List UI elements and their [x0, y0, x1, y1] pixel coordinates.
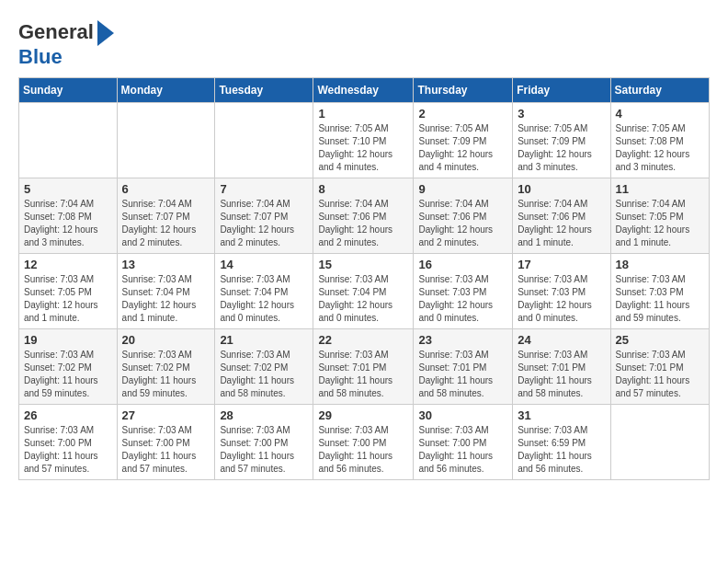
day-info: Sunrise: 7:03 AM Sunset: 7:02 PM Dayligh…: [122, 349, 210, 400]
logo-text-general: General: [18, 21, 94, 43]
day-number: 15: [318, 258, 408, 271]
day-info: Sunrise: 7:03 AM Sunset: 7:03 PM Dayligh…: [616, 273, 704, 325]
calendar-cell: 21Sunrise: 7:03 AM Sunset: 7:02 PM Dayli…: [215, 329, 313, 405]
calendar-cell: 5Sunrise: 7:04 AM Sunset: 7:08 PM Daylig…: [19, 178, 118, 254]
day-header-saturday: Saturday: [610, 78, 709, 103]
day-number: 29: [318, 408, 408, 422]
calendar-cell: 28Sunrise: 7:03 AM Sunset: 7:00 PM Dayli…: [215, 405, 313, 480]
day-info: Sunrise: 7:04 AM Sunset: 7:08 PM Dayligh…: [24, 198, 112, 249]
day-number: 18: [616, 258, 704, 271]
calendar-cell: 15Sunrise: 7:03 AM Sunset: 7:04 PM Dayli…: [313, 254, 414, 329]
day-header-friday: Friday: [513, 78, 610, 103]
calendar-cell: [117, 103, 215, 178]
calendar-cell: 22Sunrise: 7:03 AM Sunset: 7:01 PM Dayli…: [313, 329, 414, 405]
day-number: 16: [418, 258, 507, 271]
day-info: Sunrise: 7:04 AM Sunset: 7:07 PM Dayligh…: [220, 198, 308, 249]
day-number: 26: [24, 408, 112, 422]
calendar-cell: 11Sunrise: 7:04 AM Sunset: 7:05 PM Dayli…: [610, 178, 709, 254]
calendar-cell: 23Sunrise: 7:03 AM Sunset: 7:01 PM Dayli…: [414, 329, 513, 405]
day-info: Sunrise: 7:03 AM Sunset: 7:00 PM Dayligh…: [24, 424, 112, 476]
day-info: Sunrise: 7:03 AM Sunset: 7:04 PM Dayligh…: [220, 273, 308, 325]
day-info: Sunrise: 7:03 AM Sunset: 7:01 PM Dayligh…: [616, 349, 704, 400]
calendar-cell: 27Sunrise: 7:03 AM Sunset: 7:00 PM Dayli…: [117, 405, 215, 480]
day-info: Sunrise: 7:03 AM Sunset: 7:04 PM Dayligh…: [318, 273, 408, 325]
calendar-cell: 4Sunrise: 7:05 AM Sunset: 7:08 PM Daylig…: [610, 103, 709, 178]
calendar-cell: 2Sunrise: 7:05 AM Sunset: 7:09 PM Daylig…: [414, 103, 513, 178]
day-info: Sunrise: 7:05 AM Sunset: 7:09 PM Dayligh…: [518, 122, 605, 174]
logo-arrow-icon: [97, 20, 114, 46]
calendar-cell: 30Sunrise: 7:03 AM Sunset: 7:00 PM Dayli…: [414, 405, 513, 480]
calendar-cell: 7Sunrise: 7:04 AM Sunset: 7:07 PM Daylig…: [215, 178, 313, 254]
day-number: 28: [220, 408, 308, 422]
calendar-cell: 6Sunrise: 7:04 AM Sunset: 7:07 PM Daylig…: [117, 178, 215, 254]
calendar-cell: 31Sunrise: 7:03 AM Sunset: 6:59 PM Dayli…: [513, 405, 610, 480]
day-number: 5: [24, 182, 112, 196]
day-number: 24: [518, 333, 605, 347]
calendar-cell: 25Sunrise: 7:03 AM Sunset: 7:01 PM Dayli…: [610, 329, 709, 405]
day-number: 30: [418, 408, 507, 422]
day-info: Sunrise: 7:03 AM Sunset: 6:59 PM Dayligh…: [518, 424, 605, 476]
calendar-cell: [215, 103, 313, 178]
day-info: Sunrise: 7:04 AM Sunset: 7:05 PM Dayligh…: [616, 198, 704, 249]
day-header-sunday: Sunday: [19, 78, 118, 103]
calendar-cell: 29Sunrise: 7:03 AM Sunset: 7:00 PM Dayli…: [313, 405, 414, 480]
day-header-tuesday: Tuesday: [215, 78, 313, 103]
day-number: 3: [518, 107, 605, 121]
calendar-cell: 26Sunrise: 7:03 AM Sunset: 7:00 PM Dayli…: [19, 405, 118, 480]
day-info: Sunrise: 7:05 AM Sunset: 7:08 PM Dayligh…: [616, 122, 704, 174]
calendar-cell: 19Sunrise: 7:03 AM Sunset: 7:02 PM Dayli…: [19, 329, 118, 405]
day-number: 19: [24, 333, 112, 347]
calendar-cell: 17Sunrise: 7:03 AM Sunset: 7:03 PM Dayli…: [513, 254, 610, 329]
day-info: Sunrise: 7:03 AM Sunset: 7:00 PM Dayligh…: [220, 424, 308, 476]
calendar-cell: 24Sunrise: 7:03 AM Sunset: 7:01 PM Dayli…: [513, 329, 610, 405]
day-number: 10: [518, 182, 605, 196]
day-number: 31: [518, 408, 605, 422]
day-info: Sunrise: 7:04 AM Sunset: 7:07 PM Dayligh…: [122, 198, 210, 249]
day-number: 25: [616, 333, 704, 347]
calendar-cell: 14Sunrise: 7:03 AM Sunset: 7:04 PM Dayli…: [215, 254, 313, 329]
calendar-cell: 16Sunrise: 7:03 AM Sunset: 7:03 PM Dayli…: [414, 254, 513, 329]
calendar-cell: 18Sunrise: 7:03 AM Sunset: 7:03 PM Dayli…: [610, 254, 709, 329]
calendar-table: SundayMondayTuesdayWednesdayThursdayFrid…: [18, 77, 710, 480]
day-info: Sunrise: 7:03 AM Sunset: 7:05 PM Dayligh…: [24, 273, 112, 325]
calendar-cell: [610, 405, 709, 480]
day-info: Sunrise: 7:03 AM Sunset: 7:04 PM Dayligh…: [122, 273, 210, 325]
day-info: Sunrise: 7:04 AM Sunset: 7:06 PM Dayligh…: [318, 198, 408, 249]
day-info: Sunrise: 7:04 AM Sunset: 7:06 PM Dayligh…: [418, 198, 507, 249]
day-number: 12: [24, 258, 112, 271]
day-info: Sunrise: 7:03 AM Sunset: 7:02 PM Dayligh…: [24, 349, 112, 400]
page-header: General Blue: [18, 18, 710, 68]
day-number: 13: [122, 258, 210, 271]
day-info: Sunrise: 7:05 AM Sunset: 7:10 PM Dayligh…: [318, 122, 408, 174]
calendar-cell: 3Sunrise: 7:05 AM Sunset: 7:09 PM Daylig…: [513, 103, 610, 178]
calendar-cell: 20Sunrise: 7:03 AM Sunset: 7:02 PM Dayli…: [117, 329, 215, 405]
calendar-cell: [19, 103, 118, 178]
day-info: Sunrise: 7:04 AM Sunset: 7:06 PM Dayligh…: [518, 198, 605, 249]
day-number: 23: [418, 333, 507, 347]
day-info: Sunrise: 7:03 AM Sunset: 7:00 PM Dayligh…: [318, 424, 408, 476]
day-number: 21: [220, 333, 308, 347]
day-info: Sunrise: 7:03 AM Sunset: 7:01 PM Dayligh…: [418, 349, 507, 400]
day-header-thursday: Thursday: [414, 78, 513, 103]
calendar-cell: 10Sunrise: 7:04 AM Sunset: 7:06 PM Dayli…: [513, 178, 610, 254]
day-number: 20: [122, 333, 210, 347]
day-info: Sunrise: 7:03 AM Sunset: 7:03 PM Dayligh…: [418, 273, 507, 325]
day-number: 17: [518, 258, 605, 271]
day-info: Sunrise: 7:03 AM Sunset: 7:00 PM Dayligh…: [418, 424, 507, 476]
day-info: Sunrise: 7:05 AM Sunset: 7:09 PM Dayligh…: [418, 122, 507, 174]
day-number: 22: [318, 333, 408, 347]
logo: General Blue: [18, 18, 114, 68]
calendar-cell: 8Sunrise: 7:04 AM Sunset: 7:06 PM Daylig…: [313, 178, 414, 254]
day-number: 1: [318, 107, 408, 121]
calendar-cell: 13Sunrise: 7:03 AM Sunset: 7:04 PM Dayli…: [117, 254, 215, 329]
day-info: Sunrise: 7:03 AM Sunset: 7:00 PM Dayligh…: [122, 424, 210, 476]
day-header-monday: Monday: [117, 78, 215, 103]
day-number: 9: [418, 182, 507, 196]
day-number: 11: [616, 182, 704, 196]
calendar-cell: 1Sunrise: 7:05 AM Sunset: 7:10 PM Daylig…: [313, 103, 414, 178]
day-number: 27: [122, 408, 210, 422]
day-number: 8: [318, 182, 408, 196]
day-number: 7: [220, 182, 308, 196]
day-number: 6: [122, 182, 210, 196]
day-number: 2: [418, 107, 507, 121]
